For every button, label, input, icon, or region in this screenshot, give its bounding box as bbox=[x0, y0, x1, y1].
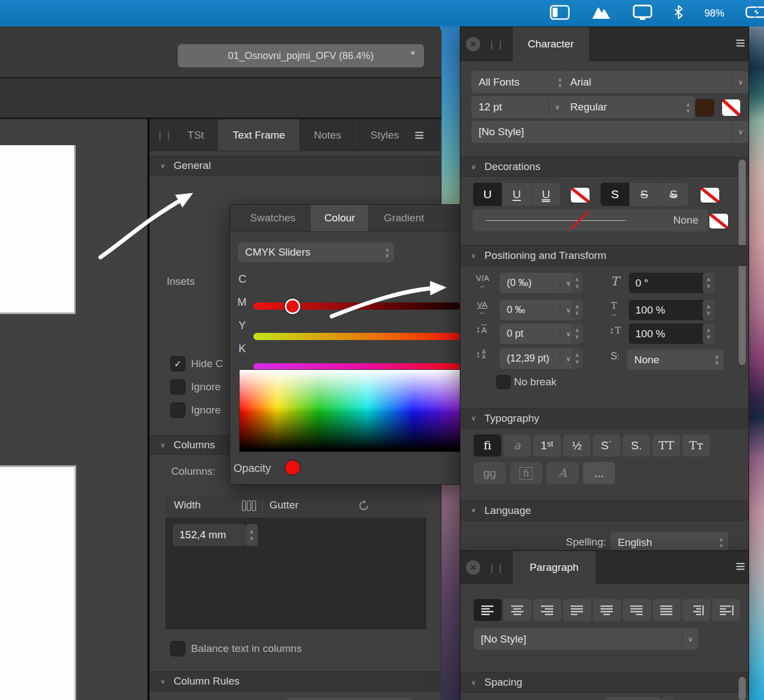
align-right-button[interactable] bbox=[533, 599, 561, 621]
h-scale-stepper[interactable]: ∧∨ bbox=[703, 300, 714, 320]
studio-drag-handle[interactable]: ❘❘ bbox=[150, 130, 173, 140]
paragraph-scrollbar[interactable] bbox=[739, 677, 746, 700]
section-positioning[interactable]: ∨ Positioning and Transform bbox=[460, 245, 749, 266]
underline-color-none-swatch[interactable] bbox=[570, 187, 590, 203]
column-width-stepper[interactable]: ∧∨ bbox=[246, 524, 258, 546]
strike-none-button[interactable]: S bbox=[601, 183, 629, 206]
paragraph-style-select[interactable]: [No Style] ∨ bbox=[474, 628, 698, 650]
window-titlebar[interactable]: 01_Osnovni_pojmi_OFV (86.4%) * bbox=[0, 26, 442, 78]
panel-drag-handle[interactable]: ❘❘ bbox=[488, 39, 505, 50]
section-column-rules[interactable]: ∨ Column Rules bbox=[150, 671, 440, 691]
section-spacing[interactable]: ∨ Spacing bbox=[460, 672, 749, 693]
close-icon[interactable]: ✕ bbox=[466, 560, 480, 575]
ligatures-button[interactable]: fi bbox=[474, 434, 501, 457]
spelling-select[interactable]: English ∧∨ bbox=[611, 532, 728, 551]
panel-drag-handle[interactable]: ❘❘ bbox=[488, 563, 505, 573]
paragraph-menu-icon[interactable]: ≡ bbox=[735, 558, 745, 575]
airdrop-status-icon[interactable] bbox=[591, 5, 612, 22]
swash-button[interactable]: A bbox=[547, 462, 579, 484]
more-typography-button[interactable]: ... bbox=[583, 462, 615, 484]
sidebar-status-icon[interactable] bbox=[550, 5, 570, 22]
font-scope-select[interactable]: All Fonts ∧∨ bbox=[471, 71, 567, 93]
tracking-select[interactable]: 0 ‰ ∨ bbox=[500, 300, 576, 320]
cyan-slider-thumb[interactable] bbox=[285, 299, 300, 314]
baseline-select[interactable]: 0 pt ∨ bbox=[500, 324, 576, 344]
align-away-spine-button[interactable] bbox=[712, 599, 740, 621]
justify-left-button[interactable] bbox=[563, 599, 591, 621]
section-language[interactable]: ∨ Language bbox=[460, 500, 749, 521]
baseline-stepper[interactable]: ∧∨ bbox=[571, 324, 583, 344]
ordinals-button[interactable]: 1ˢᵗ bbox=[533, 434, 561, 457]
colour-mode-select[interactable]: CMYK Sliders ∧∨ bbox=[238, 242, 394, 262]
kerning-select[interactable]: (0 ‰) ∨ bbox=[500, 273, 576, 293]
section-typography[interactable]: ∨ Typography bbox=[460, 408, 749, 428]
decoration-stroke-style-button[interactable]: None bbox=[473, 209, 708, 231]
battery-icon[interactable] bbox=[745, 6, 764, 21]
text-fill-swatch[interactable] bbox=[695, 99, 714, 116]
character-tab[interactable]: Character bbox=[513, 27, 589, 61]
leading-stepper[interactable]: ∧∨ bbox=[571, 348, 583, 369]
tab-text-frame[interactable]: Text Frame bbox=[218, 119, 299, 151]
ignore-checkbox-1[interactable] bbox=[170, 379, 185, 395]
tracking-stepper[interactable]: ∧∨ bbox=[571, 300, 583, 320]
stylistic-set-select[interactable]: None ∧∨ bbox=[627, 349, 724, 370]
refresh-icon[interactable] bbox=[358, 500, 370, 514]
small-caps-button[interactable]: Tᴛ bbox=[682, 434, 710, 457]
close-icon[interactable]: ✕ bbox=[466, 37, 480, 51]
shear-input[interactable]: 0 ° bbox=[629, 273, 713, 293]
studio-menu-icon[interactable]: ≡ bbox=[415, 127, 425, 144]
character-menu-icon[interactable]: ≡ bbox=[735, 35, 745, 51]
paragraph-tab[interactable]: Paragraph bbox=[513, 551, 596, 584]
section-decorations[interactable]: ∨ Decorations bbox=[460, 157, 749, 177]
superscript-button[interactable]: S˙ bbox=[593, 434, 620, 457]
font-weight-select[interactable]: Regular ∧∨ bbox=[563, 96, 695, 118]
spacing-stepper-partial[interactable] bbox=[662, 697, 673, 700]
spacing-input-partial[interactable] bbox=[605, 697, 660, 700]
decoration-color-none-swatch[interactable] bbox=[709, 213, 729, 229]
discretionary-ligatures-button[interactable]: fi bbox=[510, 462, 542, 484]
justify-all-button[interactable] bbox=[652, 599, 681, 621]
section-general[interactable]: ∨ General bbox=[150, 156, 440, 176]
text-stroke-none-swatch[interactable] bbox=[721, 99, 741, 116]
character-style-select[interactable]: [No Style] ∨ bbox=[471, 121, 749, 143]
no-break-checkbox[interactable] bbox=[496, 375, 511, 389]
strike-double-button[interactable]: S bbox=[659, 183, 688, 206]
column-width-input[interactable]: 152,4 mm bbox=[173, 524, 246, 546]
underline-none-button[interactable]: U bbox=[473, 183, 502, 206]
bluetooth-status-icon[interactable] bbox=[673, 4, 683, 22]
hide-caption-checkbox[interactable] bbox=[170, 356, 185, 372]
underline-double-button[interactable]: U bbox=[532, 183, 560, 206]
tab-notes[interactable]: Notes bbox=[299, 119, 356, 151]
magenta-slider[interactable] bbox=[253, 333, 460, 340]
v-scale-stepper[interactable]: ∧∨ bbox=[703, 324, 714, 344]
leading-select[interactable]: (12,39 pt) ∨ bbox=[500, 348, 576, 369]
document-title-tab[interactable]: 01_Osnovni_pojmi_OFV (86.4%) * bbox=[178, 44, 424, 67]
v-scale-input[interactable]: 100 % bbox=[629, 324, 713, 344]
fractions-button[interactable]: ½ bbox=[563, 434, 591, 457]
align-center-button[interactable] bbox=[503, 599, 532, 621]
cyan-slider[interactable] bbox=[253, 303, 460, 310]
balance-text-checkbox[interactable] bbox=[170, 641, 185, 656]
justify-right-button[interactable] bbox=[623, 599, 651, 621]
align-left-button[interactable] bbox=[474, 599, 502, 621]
tab-gradient[interactable]: Gradient bbox=[370, 205, 437, 231]
align-towards-spine-button[interactable] bbox=[682, 599, 710, 621]
underline-single-button[interactable]: U bbox=[502, 183, 531, 206]
ignore-checkbox-2[interactable] bbox=[170, 402, 185, 418]
strike-color-none-swatch[interactable] bbox=[700, 187, 720, 203]
tab-colour[interactable]: Colour bbox=[311, 205, 368, 231]
all-caps-button[interactable]: TT bbox=[652, 434, 680, 457]
font-size-select[interactable]: 12 pt ∨ bbox=[471, 96, 565, 118]
h-scale-input[interactable]: 100 % bbox=[629, 300, 713, 320]
shear-stepper[interactable]: ∧∨ bbox=[703, 273, 714, 293]
rule-stroke-style-button[interactable] bbox=[287, 698, 412, 700]
alt-glyph-button[interactable]: gg bbox=[474, 462, 506, 484]
columns-table[interactable]: 152,4 mm ∧∨ bbox=[166, 518, 426, 629]
justify-center-button[interactable] bbox=[593, 599, 621, 621]
colour-field[interactable] bbox=[239, 369, 460, 452]
alternates-button[interactable]: a bbox=[503, 434, 531, 457]
font-family-select[interactable]: Arial ∨ bbox=[563, 71, 749, 93]
kerning-stepper[interactable]: ∧∨ bbox=[571, 273, 583, 293]
tab-tst[interactable]: TSt bbox=[173, 119, 219, 151]
strike-single-button[interactable]: S bbox=[630, 183, 659, 206]
